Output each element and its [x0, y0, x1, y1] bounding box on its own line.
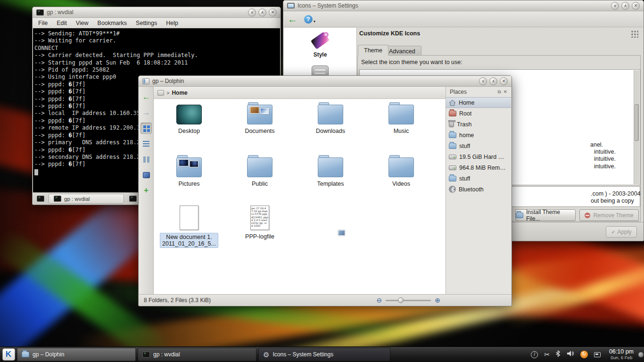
places-item-hard-drive[interactable]: 19.5 GiB Hard Drive: [446, 151, 511, 162]
places-item-stuff2[interactable]: stuff: [446, 173, 511, 184]
apply-label: Apply: [618, 229, 632, 235]
apply-button[interactable]: ✔ Apply: [606, 226, 637, 238]
zoom-out-icon[interactable]: ⊖: [377, 297, 382, 304]
places-item-trash[interactable]: Trash: [446, 119, 511, 130]
maximize-icon[interactable]: ∧: [489, 77, 497, 85]
folder-item[interactable]: Public: [224, 157, 295, 187]
zoom-slider-handle[interactable]: [398, 297, 404, 303]
places-item-removable[interactable]: 964.8 MiB Remov...: [446, 162, 511, 173]
split-view-button[interactable]: +: [140, 185, 152, 196]
places-item-home-dir[interactable]: home: [446, 130, 511, 140]
taskbar-task-wvdial[interactable]: gp : wvdial: [138, 348, 256, 361]
task-label: gp : wvdial: [153, 351, 180, 358]
back-button[interactable]: ←: [140, 91, 152, 103]
settings-titlebar[interactable]: Icons – System Settings ∨ ∧ ✕: [283, 0, 644, 11]
menu-item-bookmarks[interactable]: Bookmarks: [98, 20, 127, 26]
maximize-icon[interactable]: ∧: [258, 8, 266, 16]
maximize-icon[interactable]: ∧: [621, 2, 629, 10]
places-title: Places: [450, 89, 467, 95]
taskbar-task-system-settings[interactable]: ⚙ Icons – System Settings: [258, 348, 390, 361]
places-item-label: home: [459, 132, 474, 139]
breadcrumb-home[interactable]: Home: [172, 90, 187, 96]
columns-view-button[interactable]: [140, 154, 152, 165]
close-icon[interactable]: ✕: [500, 77, 508, 85]
forward-button[interactable]: →: [140, 107, 152, 118]
dolphin-titlebar[interactable]: gp – Dolphin ∨ ∧ ✕: [139, 76, 512, 87]
scrollbar-thumb[interactable]: [635, 104, 639, 141]
back-arrow-icon[interactable]: ←: [288, 15, 297, 24]
places-item-root[interactable]: Root: [446, 108, 511, 119]
terminal-task-icon: [142, 352, 150, 358]
new-tab-button[interactable]: [35, 194, 46, 204]
downloads-folder-icon: [318, 105, 343, 124]
folder-label: Public: [252, 181, 268, 187]
install-theme-button[interactable]: Install Theme File...: [515, 209, 576, 221]
tab-advanced[interactable]: Advanced: [383, 46, 421, 56]
details-view-button[interactable]: [140, 138, 152, 149]
places-item-stuff[interactable]: stuff: [446, 140, 511, 151]
menu-item-help[interactable]: Help: [166, 20, 178, 26]
close-panel-icon[interactable]: ✕: [504, 89, 507, 95]
folder-item[interactable]: Music: [366, 105, 437, 134]
menu-item-view[interactable]: View: [76, 20, 89, 26]
minimize-icon[interactable]: ∨: [248, 8, 256, 16]
places-root-icon[interactable]: [157, 90, 164, 96]
places-item-bluetooth[interactable]: Bluetooth: [446, 184, 511, 195]
folder-view[interactable]: Desktop Documents Downloads Music P: [154, 99, 446, 294]
icons-view-button[interactable]: [140, 123, 152, 134]
notifications-icon[interactable]: i: [531, 351, 538, 358]
folder-item[interactable]: Downloads: [295, 105, 366, 134]
panel-toolbox-button[interactable]: [637, 347, 644, 362]
columns-view-icon: [143, 156, 146, 163]
folder-icon: [449, 132, 456, 138]
sidebar-item-style[interactable]: Style: [284, 28, 356, 58]
terminal-titlebar[interactable]: gp : wvdial ∨ ∧ ✕: [33, 7, 281, 18]
terminal-tab[interactable]: gp : wvdial: [49, 194, 124, 204]
volume-icon[interactable]: [566, 350, 574, 359]
close-icon[interactable]: ✕: [269, 8, 277, 16]
folder-icon: [449, 176, 456, 181]
folder-label: Downloads: [316, 128, 345, 134]
places-item-home[interactable]: Home: [446, 97, 511, 108]
tab-list-button[interactable]: [128, 194, 138, 204]
file-item-selected[interactable]: New document 1. 2011_01_20_16_5...: [154, 206, 224, 248]
checkmark-icon: ✔: [611, 229, 615, 235]
status-text: 8 Folders, 2 Files (3.3 KiB): [144, 297, 211, 304]
terminal-tab-label: gp : wvdial: [64, 196, 90, 202]
minimize-icon[interactable]: ∨: [611, 2, 619, 10]
help-button[interactable]: ? ▾: [304, 15, 315, 24]
digital-clock[interactable]: 06:10 pm Sun, 6 Feb: [605, 347, 637, 362]
menu-item-file[interactable]: File: [38, 20, 48, 26]
folder-item[interactable]: Videos: [366, 157, 437, 187]
theme-description-fragment: intuitive.: [594, 148, 616, 155]
menu-item-settings[interactable]: Settings: [136, 20, 157, 26]
kde-menu-button[interactable]: K: [0, 347, 17, 362]
zoom-slider[interactable]: [386, 297, 431, 304]
close-icon[interactable]: ✕: [632, 2, 640, 10]
zoom-in-icon[interactable]: ⊕: [435, 297, 440, 304]
preview-button[interactable]: [140, 169, 152, 181]
stray-file-thumbnail: [338, 230, 345, 236]
folder-item[interactable]: Desktop: [154, 105, 224, 134]
folder-item[interactable]: Templates: [295, 157, 366, 187]
folder-item[interactable]: Documents: [224, 105, 295, 134]
updates-icon[interactable]: ↻: [580, 351, 588, 358]
tab-theme[interactable]: Theme: [358, 45, 388, 56]
bluetooth-tray-icon[interactable]: [556, 350, 560, 359]
remove-theme-button[interactable]: Remove Theme: [579, 209, 639, 221]
folder-icon: [516, 213, 523, 218]
folder-label: Documents: [245, 128, 274, 134]
places-item-label: stuff: [459, 143, 470, 149]
folder-item[interactable]: Pictures: [154, 157, 224, 187]
device-notifier-icon[interactable]: [594, 352, 601, 357]
menu-item-edit[interactable]: Edit: [57, 20, 67, 26]
task-label: Icons – System Settings: [272, 351, 333, 358]
scrollbar[interactable]: [634, 70, 639, 184]
grid-icon[interactable]: [631, 30, 638, 38]
klipper-scissors-icon[interactable]: ✂: [544, 351, 550, 358]
minimize-icon[interactable]: ∨: [479, 77, 487, 85]
file-item[interactable]: Jan 17 09:47:18 gp-Aspire-5738 pppd[1946…: [224, 206, 295, 240]
folder-label: Videos: [392, 181, 410, 187]
taskbar-task-dolphin[interactable]: gp – Dolphin: [17, 348, 136, 361]
float-panel-icon[interactable]: ⧉: [497, 89, 501, 95]
